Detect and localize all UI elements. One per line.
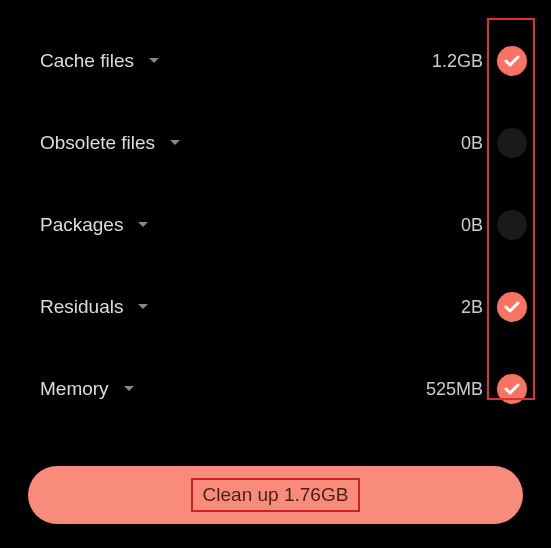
cleanup-category-list: Cache files 1.2GB Obsolete files 0B Pack… <box>0 0 551 430</box>
cleanup-button[interactable]: Clean up 1.76GB <box>28 466 523 524</box>
category-row-memory[interactable]: Memory 525MB <box>0 348 551 430</box>
category-row-residuals[interactable]: Residuals 2B <box>0 266 551 348</box>
category-row-cache-files[interactable]: Cache files 1.2GB <box>0 20 551 102</box>
category-row-packages[interactable]: Packages 0B <box>0 184 551 266</box>
category-size: 2B <box>461 297 483 318</box>
category-checkbox[interactable] <box>497 128 527 158</box>
button-container: Clean up 1.76GB <box>28 466 523 524</box>
category-label: Obsolete files <box>40 132 155 154</box>
chevron-down-icon <box>148 57 160 65</box>
category-row-obsolete-files[interactable]: Obsolete files 0B <box>0 102 551 184</box>
category-checkbox[interactable] <box>497 46 527 76</box>
category-checkbox[interactable] <box>497 374 527 404</box>
category-size: 1.2GB <box>432 51 483 72</box>
cleanup-button-label: Clean up 1.76GB <box>191 478 361 512</box>
category-checkbox[interactable] <box>497 292 527 322</box>
category-label: Memory <box>40 378 109 400</box>
category-checkbox[interactable] <box>497 210 527 240</box>
category-label: Cache files <box>40 50 134 72</box>
chevron-down-icon <box>137 303 149 311</box>
category-label: Packages <box>40 214 123 236</box>
category-size: 0B <box>461 133 483 154</box>
category-size: 525MB <box>426 379 483 400</box>
chevron-down-icon <box>123 385 135 393</box>
category-label: Residuals <box>40 296 123 318</box>
chevron-down-icon <box>137 221 149 229</box>
chevron-down-icon <box>169 139 181 147</box>
category-size: 0B <box>461 215 483 236</box>
